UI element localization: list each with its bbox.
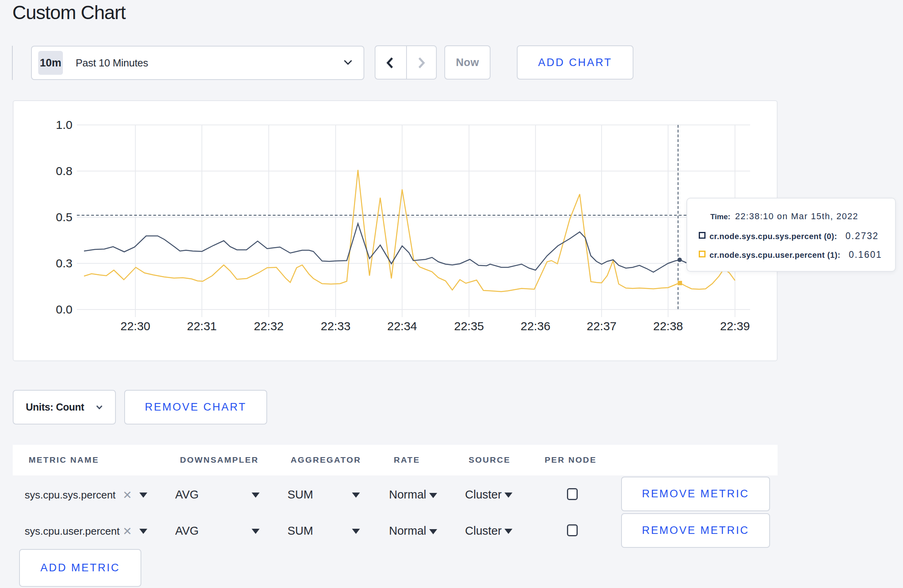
svg-text:22:30: 22:30 [120,319,150,333]
svg-text:0.0: 0.0 [56,303,72,316]
svg-text:22:32: 22:32 [254,319,283,333]
svg-text:22:34: 22:34 [387,319,417,333]
svg-text:22:38: 22:38 [653,319,683,333]
svg-text:0.8: 0.8 [56,164,72,177]
svg-text:22:39: 22:39 [720,319,750,333]
svg-text:1.0: 1.0 [56,118,72,131]
svg-text:22:37: 22:37 [586,319,616,333]
svg-text:22:33: 22:33 [321,319,350,333]
svg-text:0.5: 0.5 [56,210,72,224]
svg-text:0.3: 0.3 [56,257,72,270]
svg-text:22:35: 22:35 [454,319,484,333]
svg-text:22:36: 22:36 [520,319,550,333]
svg-text:22:31: 22:31 [187,319,217,333]
